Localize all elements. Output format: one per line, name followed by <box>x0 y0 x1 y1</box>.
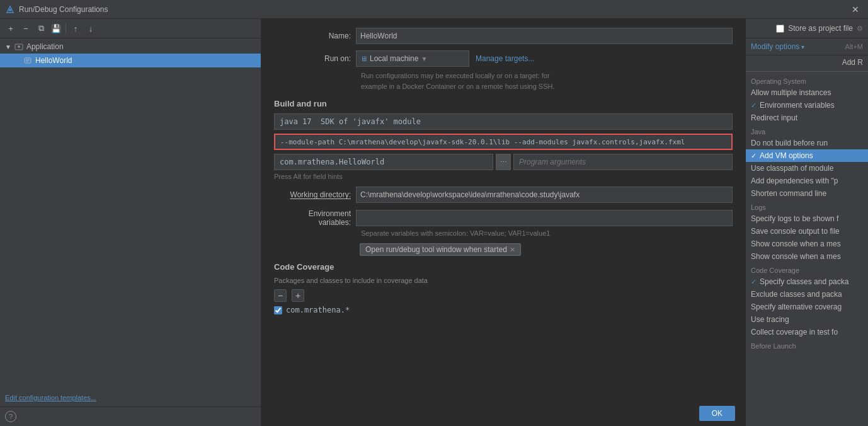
sdk-input[interactable] <box>274 113 733 130</box>
prog-args-input[interactable] <box>513 154 733 170</box>
specify-logs-item[interactable]: Specify logs to be shown f <box>746 212 868 225</box>
show-console-error-item[interactable]: Show console when a mes <box>746 238 868 250</box>
name-row: Name: <box>274 28 733 44</box>
application-icon <box>14 42 24 52</box>
before-launch-section-label: Before Launch <box>746 338 868 351</box>
add-dependencies-item[interactable]: Add dependencies with "p <box>746 175 868 187</box>
close-button[interactable]: ✕ <box>848 3 863 16</box>
main-class-row: ⋯ <box>274 154 733 170</box>
browse-button[interactable]: ⋯ <box>496 154 511 170</box>
move-down-button[interactable]: ↓ <box>84 21 98 35</box>
application-group: ▼ Application <box>0 38 261 69</box>
add-r-label: Add R <box>746 55 868 69</box>
add-config-button[interactable]: + <box>4 21 18 35</box>
working-dir-label: Working directory: <box>274 190 356 199</box>
env-vars-input[interactable] <box>356 210 733 226</box>
run-on-icon: 🖥 <box>360 55 367 62</box>
specify-classes-item[interactable]: Specify classes and packa <box>746 275 868 288</box>
help-bar: ? <box>0 406 261 426</box>
title-bar: Run/Debug Configurations ✕ <box>0 0 868 19</box>
main-class-input[interactable] <box>274 154 493 170</box>
left-panel: + − ⧉ 💾 ↑ ↓ ▼ Application <box>0 19 261 426</box>
run-on-value: Local machine <box>370 54 418 63</box>
save-config-button[interactable]: 💾 <box>49 21 63 35</box>
build-run-section: Build and run ⋯ Press Alt for field hint… <box>274 99 733 314</box>
do-not-build-item[interactable]: Do not build before run <box>746 137 868 149</box>
helloworld-tree-item[interactable]: HelloWorld <box>0 54 261 67</box>
specify-alt-coverage-item[interactable]: Specify alternative coverag <box>746 301 868 313</box>
field-hints: Press Alt for field hints <box>274 173 733 180</box>
run-on-label: Run on: <box>274 54 356 63</box>
helloworld-icon <box>23 55 33 66</box>
remove-config-button[interactable]: − <box>19 21 33 35</box>
use-classpath-item[interactable]: Use classpath of module <box>746 162 868 175</box>
copy-config-button[interactable]: ⧉ <box>34 21 48 35</box>
bottom-bar: OK <box>261 400 745 426</box>
modify-options-shortcut: Alt+M <box>845 43 863 50</box>
env-vars-hint: Separate variables with semicolon: VAR=v… <box>274 229 733 237</box>
cc-add-button[interactable]: + <box>292 289 304 302</box>
store-as-project-checkbox[interactable] <box>776 25 784 33</box>
environment-variables-item[interactable]: Environment variables <box>746 99 868 112</box>
tag-close-button[interactable]: ✕ <box>510 246 515 254</box>
ok-button[interactable]: OK <box>699 406 735 421</box>
redirect-input-item[interactable]: Redirect input <box>746 112 868 124</box>
sdk-row <box>274 113 733 130</box>
vm-options-input[interactable] <box>274 134 733 150</box>
add-vm-options-item[interactable]: Add VM options <box>746 149 868 162</box>
modify-options-arrow: ▾ <box>801 43 804 50</box>
run-on-arrow: ▼ <box>421 55 427 62</box>
shorten-command-item[interactable]: Shorten command line <box>746 187 868 200</box>
build-run-title: Build and run <box>274 99 733 108</box>
right-panel: Store as project file ⚙ Modify options ▾… <box>745 19 868 426</box>
cc-subtitle: Packages and classes to include in cover… <box>274 277 733 284</box>
modify-options-bar: Modify options ▾ Alt+M <box>746 38 868 55</box>
form-area: Name: Run on: 🖥 Local machine ▼ Manage t… <box>261 19 745 400</box>
store-gear-icon: ⚙ <box>857 25 863 33</box>
cc-checkbox[interactable] <box>274 306 282 314</box>
exclude-classes-item[interactable]: Exclude classes and packa <box>746 288 868 301</box>
use-tracing-item[interactable]: Use tracing <box>746 313 868 326</box>
app-icon <box>5 4 15 14</box>
window-title: Run/Debug Configurations <box>19 5 848 14</box>
store-as-project-label: Store as project file <box>788 24 853 33</box>
name-input[interactable] <box>356 28 733 44</box>
name-label: Name: <box>274 32 356 40</box>
dropdown-sep-1 <box>746 71 868 72</box>
modify-options-button[interactable]: Modify options ▾ <box>751 42 804 51</box>
edit-templates-link[interactable]: Edit configuration templates... <box>0 389 261 406</box>
cc-controls: − + <box>274 289 733 302</box>
vm-options-row <box>274 134 733 150</box>
open-tool-window-tag: Open run/debug tool window when started … <box>360 243 521 256</box>
tag-row: Open run/debug tool window when started … <box>274 243 733 256</box>
svg-rect-4 <box>25 58 31 63</box>
code-coverage-section: Code Coverage Packages and classes to in… <box>274 262 733 314</box>
application-label: Application <box>26 42 64 51</box>
config-tree: ▼ Application <box>0 38 261 389</box>
allow-multiple-instances-item[interactable]: Allow multiple instances <box>746 86 868 99</box>
collect-coverage-item[interactable]: Collect coverage in test fo <box>746 326 868 338</box>
move-up-button[interactable]: ↑ <box>69 21 83 35</box>
working-dir-row: Working directory: <box>274 187 733 203</box>
cc-item-1: com.mrathena.* <box>274 306 733 314</box>
toolbar-separator <box>66 23 66 33</box>
save-console-item[interactable]: Save console output to file <box>746 225 868 238</box>
helloworld-label: HelloWorld <box>35 56 72 65</box>
svg-point-3 <box>18 45 20 48</box>
application-tree-item[interactable]: ▼ Application <box>0 40 261 54</box>
manage-targets-link[interactable]: Manage targets... <box>476 54 534 63</box>
center-panel: Name: Run on: 🖥 Local machine ▼ Manage t… <box>261 19 745 426</box>
code-coverage-title: Code Coverage <box>274 262 733 272</box>
svg-point-1 <box>9 9 11 11</box>
os-section-label: Operating System <box>746 74 868 86</box>
run-on-select[interactable]: 🖥 Local machine ▼ <box>356 50 469 67</box>
run-on-row: Run on: 🖥 Local machine ▼ Manage targets… <box>274 50 733 67</box>
working-dir-input[interactable] <box>356 187 733 203</box>
show-console-input-item[interactable]: Show console when a mes <box>746 250 868 263</box>
logs-section-label: Logs <box>746 200 868 212</box>
env-vars-row: Environment variables: <box>274 209 733 227</box>
cc-remove-button[interactable]: − <box>274 289 287 302</box>
help-button[interactable]: ? <box>5 411 16 422</box>
tree-expand-arrow: ▼ <box>5 43 11 50</box>
store-as-project-row: Store as project file ⚙ <box>746 19 868 38</box>
